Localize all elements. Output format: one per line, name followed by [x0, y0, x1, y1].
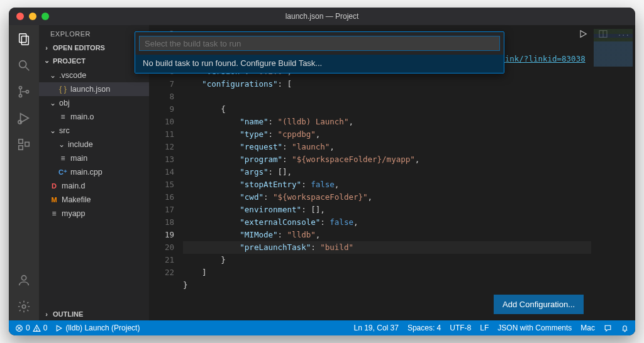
accounts-icon[interactable] [15, 271, 33, 289]
status-bell-icon[interactable] [621, 324, 629, 332]
svg-point-6 [26, 90, 28, 93]
quick-input-field[interactable] [139, 36, 500, 51]
sidebar: EXPLORER › OPEN EDITORS ⌄ PROJECT ⌄.vsco… [39, 25, 149, 320]
project-section[interactable]: ⌄ PROJECT [39, 54, 149, 67]
activity-bar [9, 25, 39, 320]
tree-file-myapp[interactable]: ≡myapp [39, 207, 149, 220]
status-feedback-icon[interactable] [604, 324, 612, 332]
tree-folder-vscode[interactable]: ⌄.vscode [39, 68, 149, 82]
status-bar: 0 0 (lldb) Launch (Project) Ln 19, Col 3… [9, 320, 635, 335]
run-icon[interactable] [578, 29, 588, 41]
tree-file-main-d[interactable]: Dmain.d [39, 179, 149, 193]
svg-rect-10 [19, 146, 23, 150]
file-tree: ⌄.vscode { }launch.json ⌄obj ≡main.o ⌄sr… [39, 67, 149, 223]
sidebar-title: EXPLORER [39, 25, 149, 41]
section-label: OPEN EDITORS [53, 44, 105, 52]
tree-folder-src[interactable]: ⌄src [39, 124, 149, 138]
chevron-down-icon: ⌄ [43, 57, 50, 65]
svg-rect-1 [21, 36, 28, 45]
tree-file-main-o[interactable]: ≡main.o [39, 110, 149, 124]
quick-input-palette: No build task to run found. Configure Bu… [135, 31, 504, 74]
app-window: launch.json — Project [9, 8, 635, 335]
section-label: OUTLINE [53, 310, 83, 318]
close-window-button[interactable] [16, 13, 24, 20]
tree-folder-obj[interactable]: ⌄obj [39, 96, 149, 110]
svg-rect-0 [19, 34, 26, 43]
minimap-content [594, 29, 633, 67]
svg-point-4 [19, 86, 21, 89]
explorer-icon[interactable] [15, 30, 33, 48]
svg-marker-14 [580, 31, 586, 38]
status-indentation[interactable]: Spaces: 4 [408, 324, 441, 332]
outline-section[interactable]: › OUTLINE [39, 308, 149, 320]
settings-gear-icon[interactable] [15, 298, 33, 315]
svg-marker-22 [57, 325, 62, 331]
section-label: PROJECT [53, 57, 86, 65]
window-title: launch.json — Project [9, 12, 635, 21]
svg-point-2 [19, 61, 26, 68]
tree-file-main[interactable]: ≡main [39, 151, 149, 165]
extensions-icon[interactable] [15, 136, 33, 153]
status-encoding[interactable]: UTF-8 [450, 324, 471, 332]
svg-line-3 [26, 67, 30, 71]
add-configuration-button[interactable]: Add Configuration... [494, 295, 584, 314]
search-icon[interactable] [15, 57, 33, 74]
status-launch-target[interactable]: (lldb) Launch (Project) [55, 324, 140, 332]
svg-point-21 [36, 330, 37, 330]
traffic-lights [9, 13, 49, 20]
minimap[interactable] [591, 25, 635, 320]
tree-file-main-cpp[interactable]: C⁺main.cpp [39, 165, 149, 179]
svg-point-13 [22, 305, 26, 308]
svg-point-5 [19, 94, 21, 97]
run-debug-icon[interactable] [15, 109, 33, 127]
titlebar: launch.json — Project [9, 8, 635, 25]
svg-point-12 [21, 276, 26, 280]
tree-file-launch-json[interactable]: { }launch.json [39, 82, 149, 96]
status-eol[interactable]: LF [480, 324, 489, 332]
status-os[interactable]: Mac [580, 324, 595, 332]
quick-input-option[interactable]: No build task to run found. Configure Bu… [135, 55, 504, 73]
tree-file-makefile[interactable]: MMakefile [39, 193, 149, 207]
source-control-icon[interactable] [15, 83, 33, 101]
chevron-right-icon: › [43, 44, 50, 52]
chevron-right-icon: › [43, 310, 50, 318]
status-language-mode[interactable]: JSON with Comments [497, 324, 572, 332]
tree-folder-include[interactable]: ⌄include [39, 138, 149, 151]
minimize-window-button[interactable] [29, 13, 36, 20]
open-editors-section[interactable]: › OPEN EDITORS [39, 41, 149, 54]
zoom-window-button[interactable] [42, 13, 49, 20]
svg-rect-9 [19, 139, 23, 143]
svg-rect-11 [25, 142, 29, 146]
status-cursor-position[interactable]: Ln 19, Col 37 [354, 324, 399, 332]
status-problems[interactable]: 0 0 [15, 324, 47, 332]
